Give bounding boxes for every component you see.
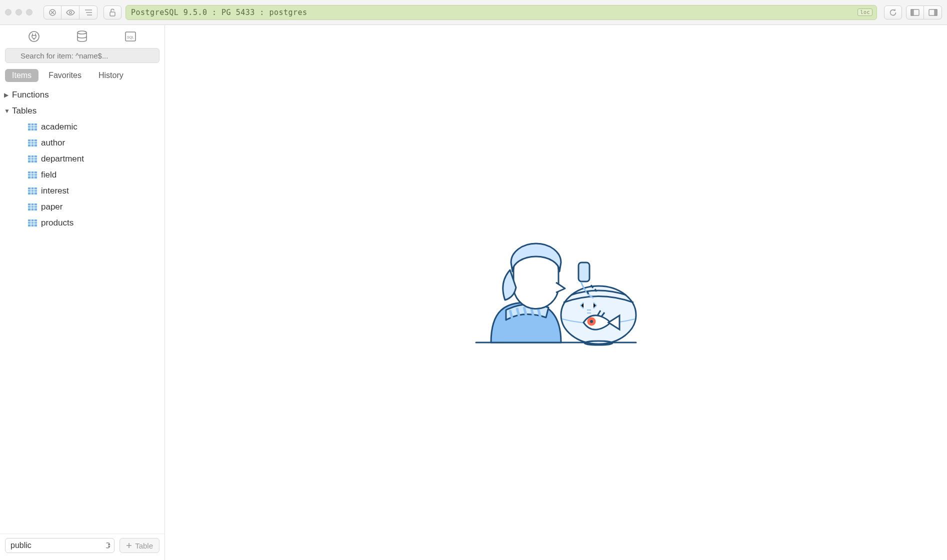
eye-icon <box>66 10 75 16</box>
updown-icon: ▲▼ <box>107 542 111 548</box>
table-icon <box>28 156 37 162</box>
table-item[interactable]: interest <box>28 183 162 199</box>
table-icon <box>28 220 37 226</box>
table-item-label: academic <box>41 122 78 132</box>
tab-favorites[interactable]: Favorites <box>42 69 88 82</box>
svg-point-8 <box>78 31 86 34</box>
tree-section-tables[interactable]: ▼ Tables <box>3 103 162 119</box>
right-panel-toggle[interactable] <box>924 6 942 20</box>
table-icon <box>28 172 37 178</box>
svg-rect-42 <box>28 220 37 226</box>
svg-rect-51 <box>578 262 590 282</box>
svg-rect-32 <box>28 188 37 194</box>
database-icon-btn[interactable] <box>76 30 88 43</box>
content <box>165 25 947 560</box>
database-icon <box>76 30 88 42</box>
toolbar-group-panels <box>906 6 942 20</box>
table-item-label: paper <box>41 202 62 212</box>
table-icon <box>28 204 37 210</box>
table-item-label: field <box>41 170 56 180</box>
sidebar-toolbar: SQL <box>0 25 164 48</box>
zoom-window-icon[interactable] <box>26 9 32 16</box>
schema-select[interactable]: public ▲▼ <box>5 538 114 553</box>
svg-rect-27 <box>28 172 37 178</box>
schema-select-value: public <box>10 541 32 550</box>
sql-icon-btn[interactable]: SQL <box>124 30 137 43</box>
connection-bar[interactable]: PostgreSQL 9.5.0 : PG 5433 : postgres lo… <box>126 5 877 20</box>
panel-left-icon <box>910 9 920 16</box>
table-item-label: department <box>41 154 84 164</box>
search-wrap <box>0 48 164 67</box>
svg-rect-37 <box>28 204 37 210</box>
table-icon <box>28 124 37 130</box>
tab-items[interactable]: Items <box>5 69 38 82</box>
main: SQL Items Favorites History ▶ Functions … <box>0 25 947 560</box>
location-badge: loc <box>858 8 872 16</box>
tab-history[interactable]: History <box>92 69 130 82</box>
table-item[interactable]: department <box>28 151 162 167</box>
tree-section-functions[interactable]: ▶ Functions <box>3 87 162 103</box>
refresh-icon <box>889 8 897 16</box>
refresh-button[interactable] <box>884 6 902 20</box>
sql-icon: SQL <box>124 31 136 42</box>
cancel-icon <box>48 8 56 16</box>
add-table-button[interactable]: Table <box>120 538 160 553</box>
table-icon <box>28 140 37 146</box>
svg-point-1 <box>69 11 71 13</box>
plus-icon <box>126 542 132 548</box>
svg-rect-2 <box>110 12 115 16</box>
empty-state-illustration <box>471 235 641 350</box>
svg-point-50 <box>590 320 593 323</box>
table-item[interactable]: field <box>28 167 162 183</box>
table-item[interactable]: products <box>28 215 162 231</box>
table-item[interactable]: paper <box>28 199 162 215</box>
toolbar-group-nav <box>44 6 98 20</box>
svg-rect-12 <box>28 124 37 130</box>
tree-section-label: Tables <box>12 106 36 116</box>
left-panel-toggle[interactable] <box>906 6 924 20</box>
tree: ▶ Functions ▼ Tables academic <box>0 86 164 534</box>
svg-rect-4 <box>911 10 914 16</box>
table-item-label: author <box>41 138 65 148</box>
connection-label: PostgreSQL 9.5.0 : PG 5433 : postgres <box>131 8 308 17</box>
table-item-label: products <box>41 218 74 228</box>
svg-text:SQL: SQL <box>127 36 134 40</box>
tree-section-label: Functions <box>12 90 49 100</box>
titlebar: PostgreSQL 9.5.0 : PG 5433 : postgres lo… <box>0 0 947 25</box>
filter-button[interactable] <box>80 6 98 20</box>
lock-button[interactable] <box>104 6 122 20</box>
svg-rect-17 <box>28 140 37 146</box>
chevron-down-icon: ▼ <box>4 108 10 114</box>
sidebar-tabs: Items Favorites History <box>0 67 164 86</box>
chevron-right-icon: ▶ <box>4 92 10 98</box>
close-window-icon[interactable] <box>5 9 12 16</box>
tables-list: academic author <box>3 119 162 231</box>
connection-icon[interactable] <box>28 30 40 43</box>
panel-right-icon <box>928 9 938 16</box>
filter-lines-icon <box>84 9 92 16</box>
view-button[interactable] <box>62 6 80 20</box>
table-icon <box>28 188 37 194</box>
minimize-window-icon[interactable] <box>16 9 22 16</box>
search-input[interactable] <box>5 48 160 63</box>
table-item-label: interest <box>41 186 69 196</box>
sidebar-footer: public ▲▼ Table <box>0 534 164 560</box>
lock-open-icon <box>109 8 116 16</box>
table-item[interactable]: academic <box>28 119 162 135</box>
svg-rect-6 <box>934 10 937 16</box>
cancel-button[interactable] <box>44 6 62 20</box>
plug-icon <box>28 30 40 42</box>
add-table-label: Table <box>135 542 153 550</box>
sidebar: SQL Items Favorites History ▶ Functions … <box>0 25 165 560</box>
svg-rect-22 <box>28 156 37 162</box>
window-controls <box>5 9 32 16</box>
table-item[interactable]: author <box>28 135 162 151</box>
